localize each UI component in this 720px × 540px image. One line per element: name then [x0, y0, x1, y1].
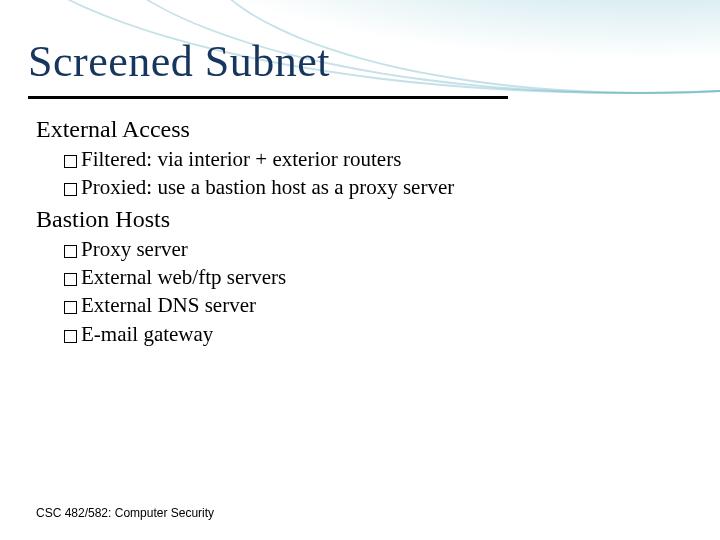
- list-item: Proxied: use a bastion host as a proxy s…: [64, 173, 676, 201]
- list-item: Proxy server: [64, 235, 676, 263]
- list-item-text: Proxy server: [81, 235, 188, 263]
- title-underline: [28, 96, 508, 99]
- section-items: Filtered: via interior + exterior router…: [64, 145, 676, 202]
- bullet-box-icon: [64, 330, 77, 343]
- slide-title: Screened Subnet: [28, 36, 330, 87]
- section-heading: External Access: [36, 116, 676, 143]
- section-heading: Bastion Hosts: [36, 206, 676, 233]
- list-item-text: E-mail gateway: [81, 320, 213, 348]
- slide-footer: CSC 482/582: Computer Security: [36, 506, 214, 520]
- list-item: External DNS server: [64, 291, 676, 319]
- section-items: Proxy server External web/ftp servers Ex…: [64, 235, 676, 348]
- list-item-text: Filtered: via interior + exterior router…: [81, 145, 401, 173]
- bullet-box-icon: [64, 301, 77, 314]
- bullet-box-icon: [64, 245, 77, 258]
- slide-body: External Access Filtered: via interior +…: [36, 112, 676, 348]
- list-item: Filtered: via interior + exterior router…: [64, 145, 676, 173]
- list-item: E-mail gateway: [64, 320, 676, 348]
- list-item-text: Proxied: use a bastion host as a proxy s…: [81, 173, 454, 201]
- list-item: External web/ftp servers: [64, 263, 676, 291]
- bullet-box-icon: [64, 183, 77, 196]
- list-item-text: External DNS server: [81, 291, 256, 319]
- bullet-box-icon: [64, 155, 77, 168]
- list-item-text: External web/ftp servers: [81, 263, 286, 291]
- bullet-box-icon: [64, 273, 77, 286]
